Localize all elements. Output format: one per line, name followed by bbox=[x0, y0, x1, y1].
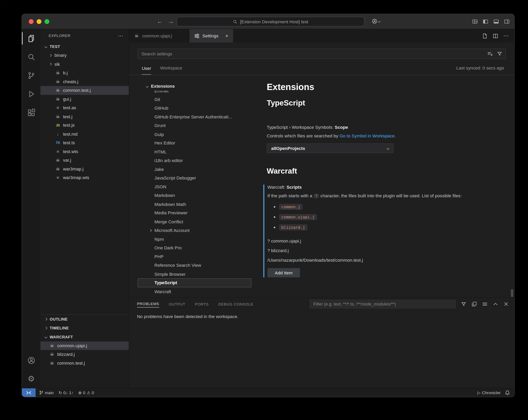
account-menu[interactable] bbox=[372, 18, 380, 24]
tree-item-test-js[interactable]: JStest.js bbox=[40, 121, 129, 130]
close-panel-icon[interactable] bbox=[503, 301, 509, 307]
activitybar-explorer[interactable] bbox=[22, 29, 40, 48]
tree-item-binary[interactable]: binary bbox=[40, 51, 129, 60]
close-window-button[interactable] bbox=[29, 19, 34, 24]
panel-tab-problems[interactable]: PROBLEMS bbox=[137, 300, 159, 307]
toc-item-gulp[interactable]: Gulp bbox=[138, 130, 251, 139]
scope-select[interactable]: allOpenProjects bbox=[267, 144, 393, 153]
sync-status[interactable]: ↻ 0↓ 1↑ bbox=[59, 390, 73, 395]
tree-item-war3map-wts[interactable]: ≡war3map.wts bbox=[40, 173, 129, 182]
toc-item-media-previewer[interactable]: Media Previewer bbox=[138, 209, 251, 217]
tree-item-cheats[interactable]: ☠cheats.j bbox=[40, 77, 129, 86]
tree-item-test-md[interactable]: ↓test.md bbox=[40, 130, 129, 138]
toggle-panel-icon[interactable] bbox=[493, 19, 499, 24]
tree-item-war3map-j[interactable]: ☠war3map.j bbox=[40, 165, 129, 173]
list-item[interactable]: /Users/nazarpunk/Downloads/test/common.t… bbox=[267, 255, 492, 265]
activitybar-search[interactable] bbox=[22, 48, 40, 66]
remote-indicator[interactable] bbox=[22, 388, 36, 397]
clear-filters-icon[interactable] bbox=[487, 51, 493, 57]
problems-filter-input[interactable] bbox=[310, 300, 456, 308]
activitybar-settings[interactable]: ⚙ bbox=[22, 370, 40, 388]
scope-tab-workspace[interactable]: Workspace bbox=[160, 65, 182, 74]
toggle-primary-sidebar-icon[interactable] bbox=[483, 19, 488, 24]
tree-item-test-ts[interactable]: TStest.ts bbox=[40, 138, 129, 147]
panel-tab-output[interactable]: OUTPUT bbox=[169, 300, 185, 307]
toc-item-jake[interactable]: Jake bbox=[138, 165, 251, 174]
list-item[interactable]: ? blizzard.j bbox=[267, 246, 492, 255]
maximize-panel-icon[interactable] bbox=[493, 301, 498, 307]
add-item-button[interactable]: Add Item bbox=[267, 268, 300, 277]
tree-item-test-wts[interactable]: ≡test.wts bbox=[40, 147, 129, 156]
tree-item-common-test[interactable]: ☠common.test.j bbox=[40, 86, 129, 95]
warcraft-item-blizzard[interactable]: ☠blizzard.j bbox=[40, 350, 129, 359]
tab-settings[interactable]: Settings × bbox=[190, 29, 233, 42]
tree-item-bj[interactable]: ☠b.j bbox=[40, 69, 129, 77]
section-outline[interactable]: OUTLINE bbox=[40, 314, 129, 323]
go-to-symbol-link[interactable]: Go to Symbol in Workspace bbox=[339, 133, 395, 138]
toc-item-npm[interactable]: Npm bbox=[138, 235, 251, 243]
toc-item-json[interactable]: JSON bbox=[138, 182, 251, 191]
tab-common-ujapi[interactable]: ☠ common.ujapi.j bbox=[129, 29, 190, 42]
scope-tab-user[interactable]: User bbox=[142, 66, 151, 74]
zoom-window-button[interactable] bbox=[44, 19, 49, 24]
tree-item-slk[interactable]: slk bbox=[40, 60, 129, 69]
toc-item-reference-search[interactable]: Reference Search View bbox=[138, 261, 251, 270]
toc-item-i18n[interactable]: i18n arb editor bbox=[138, 156, 251, 165]
activitybar-source-control[interactable] bbox=[22, 66, 40, 84]
section-warcraft[interactable]: WARCRAFT bbox=[40, 332, 129, 341]
more-actions-icon[interactable]: ⋯ bbox=[118, 33, 123, 38]
close-icon[interactable]: × bbox=[225, 33, 228, 38]
toc-item-grunt[interactable]: Grunt bbox=[138, 121, 251, 130]
scrollbar[interactable] bbox=[511, 289, 513, 297]
minimize-window-button[interactable] bbox=[36, 19, 41, 24]
toc-item-markdown-math[interactable]: Markdown Math bbox=[138, 200, 251, 209]
toc-item-merge-conflict[interactable]: Merge Conflict bbox=[138, 217, 251, 226]
toc-item-markdown[interactable]: Markdown bbox=[138, 191, 251, 200]
customize-layout-icon[interactable] bbox=[472, 19, 478, 24]
toc-extensions[interactable]: Extensions bbox=[138, 82, 251, 91]
toc-item-typescript[interactable]: TypeScript bbox=[138, 278, 251, 287]
tree-root-test[interactable]: TEST bbox=[40, 42, 129, 51]
tree-item-test-j[interactable]: ☠test.j bbox=[40, 112, 129, 121]
toggle-secondary-sidebar-icon[interactable] bbox=[504, 19, 510, 24]
activitybar-run-debug[interactable] bbox=[22, 84, 40, 103]
more-actions-icon[interactable]: ⋯ bbox=[503, 33, 509, 38]
activitybar-account[interactable] bbox=[22, 351, 40, 369]
back-icon[interactable]: ← bbox=[157, 18, 163, 24]
toc-item-php[interactable]: PHP bbox=[138, 252, 251, 261]
warcraft-item-common-test[interactable]: ☠common.test.j bbox=[40, 359, 129, 368]
toc-item-git[interactable]: Git bbox=[138, 95, 251, 104]
notifications-bell-icon[interactable] bbox=[505, 390, 510, 395]
open-settings-json-icon[interactable] bbox=[482, 33, 488, 38]
settings-search-input[interactable] bbox=[138, 48, 506, 59]
filter-icon[interactable] bbox=[497, 51, 502, 57]
panel-tab-ports[interactable]: PORTS bbox=[195, 300, 209, 307]
branch-status[interactable]: main bbox=[39, 390, 54, 395]
toc-item-microsoft-account[interactable]: Microsoft Account bbox=[138, 226, 251, 235]
panel-tab-debug-console[interactable]: DEBUG CONSOLE bbox=[218, 300, 253, 307]
view-as-list-icon[interactable] bbox=[482, 301, 488, 307]
toc-item-warcraft[interactable]: Warcraft bbox=[138, 287, 251, 296]
split-editor-icon[interactable] bbox=[493, 33, 498, 38]
forward-icon[interactable]: → bbox=[168, 18, 174, 24]
toc-item-simple-browser[interactable]: Simple Browser bbox=[138, 270, 251, 278]
toc-item-html[interactable]: HTML bbox=[138, 147, 251, 156]
chronicler-status[interactable]: ▷ Chronicler bbox=[477, 390, 501, 395]
tree-item-test-as[interactable]: ≡test.as bbox=[40, 103, 129, 112]
toc-item-js-debugger[interactable]: JavaScript Debugger bbox=[138, 174, 251, 182]
toc-item-hex-editor[interactable]: Hex Editor bbox=[138, 139, 251, 148]
toc-item-emmet[interactable]: Emmet bbox=[138, 91, 251, 95]
command-center[interactable]: [Extension Development Host] test bbox=[177, 17, 364, 26]
group-by-icon[interactable] bbox=[471, 301, 477, 307]
toc-item-github-enterprise[interactable]: GitHub Enterprise Server Authenticati... bbox=[138, 113, 251, 121]
tree-item-var-j[interactable]: ☠var.j bbox=[40, 156, 129, 165]
tree-item-gui[interactable]: ☠gui.j bbox=[40, 95, 129, 104]
warcraft-item-common-ujapi[interactable]: ☠common.ujapi.j bbox=[40, 341, 129, 350]
toc-item-github[interactable]: GitHub bbox=[138, 104, 251, 113]
section-timeline[interactable]: TIMELINE bbox=[40, 324, 129, 332]
activitybar-extensions[interactable] bbox=[22, 103, 40, 121]
filter-icon[interactable] bbox=[461, 301, 466, 307]
toc-item-one-dark-pro[interactable]: One Dark Pro bbox=[138, 243, 251, 252]
list-item[interactable]: ? common.ujapi.j bbox=[267, 236, 492, 246]
problems-status[interactable]: ⊗ 0 ⚠ 0 bbox=[78, 390, 94, 395]
